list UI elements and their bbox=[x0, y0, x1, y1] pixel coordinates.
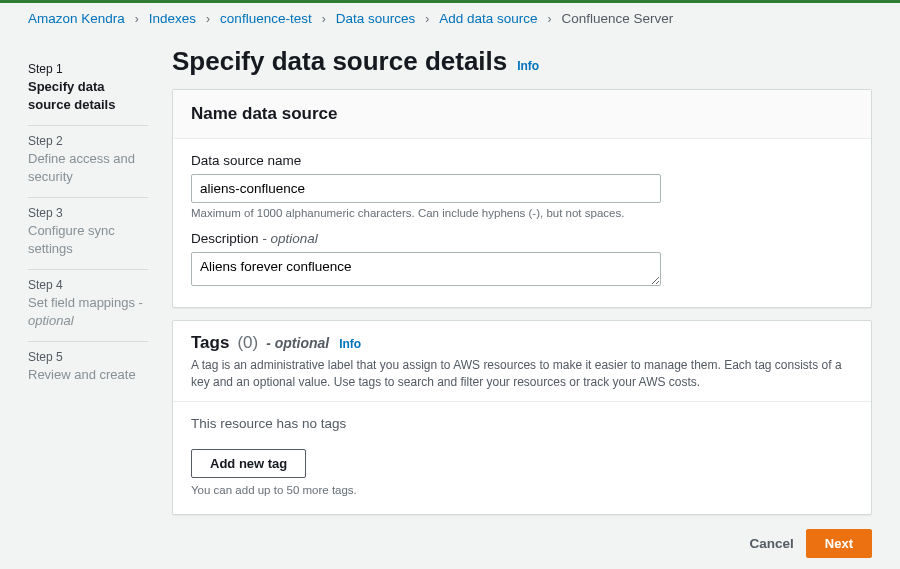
tags-panel: Tags (0) - optional Info A tag is an adm… bbox=[172, 320, 872, 515]
tags-empty-message: This resource has no tags bbox=[191, 416, 853, 431]
chevron-right-icon: › bbox=[548, 12, 552, 26]
chevron-right-icon: › bbox=[135, 12, 139, 26]
breadcrumb-current: Confluence Server bbox=[562, 11, 674, 26]
main-content: Specify data source details Info Name da… bbox=[172, 36, 872, 558]
description-textarea[interactable] bbox=[191, 252, 661, 286]
tags-title: Tags bbox=[191, 333, 229, 353]
tags-description: A tag is an administrative label that yo… bbox=[191, 357, 853, 391]
tags-limit-hint: You can add up to 50 more tags. bbox=[191, 484, 853, 496]
page-title: Specify data source details bbox=[172, 46, 507, 77]
tags-count: (0) bbox=[237, 333, 258, 352]
cancel-button[interactable]: Cancel bbox=[750, 536, 794, 551]
step-5[interactable]: Step 5 Review and create bbox=[28, 342, 148, 396]
footer-actions: Cancel Next bbox=[172, 515, 872, 558]
step-3[interactable]: Step 3 Configure sync settings bbox=[28, 198, 148, 270]
breadcrumb-link[interactable]: Amazon Kendra bbox=[28, 11, 125, 26]
step-4[interactable]: Step 4 Set field mappings - optional bbox=[28, 270, 148, 342]
breadcrumb-link[interactable]: Add data source bbox=[439, 11, 537, 26]
breadcrumb-link[interactable]: Indexes bbox=[149, 11, 196, 26]
info-link[interactable]: Info bbox=[517, 59, 539, 73]
data-source-name-input[interactable] bbox=[191, 174, 661, 203]
name-hint: Maximum of 1000 alphanumeric characters.… bbox=[191, 207, 853, 219]
next-button[interactable]: Next bbox=[806, 529, 872, 558]
breadcrumb-link[interactable]: Data sources bbox=[336, 11, 416, 26]
chevron-right-icon: › bbox=[206, 12, 210, 26]
step-2[interactable]: Step 2 Define access and security bbox=[28, 126, 148, 198]
tags-info-link[interactable]: Info bbox=[339, 337, 361, 351]
chevron-right-icon: › bbox=[322, 12, 326, 26]
step-1[interactable]: Step 1 Specify data source details bbox=[28, 54, 148, 126]
breadcrumb-link[interactable]: confluence-test bbox=[220, 11, 312, 26]
add-new-tag-button[interactable]: Add new tag bbox=[191, 449, 306, 478]
breadcrumb: Amazon Kendra › Indexes › confluence-tes… bbox=[0, 3, 900, 36]
data-source-name-label: Data source name bbox=[191, 153, 853, 168]
chevron-right-icon: › bbox=[425, 12, 429, 26]
wizard-steps: Step 1 Specify data source details Step … bbox=[28, 36, 148, 558]
name-data-source-panel: Name data source Data source name Maximu… bbox=[172, 89, 872, 308]
panel-title: Name data source bbox=[173, 90, 871, 139]
description-label: Description - optional bbox=[191, 231, 853, 246]
